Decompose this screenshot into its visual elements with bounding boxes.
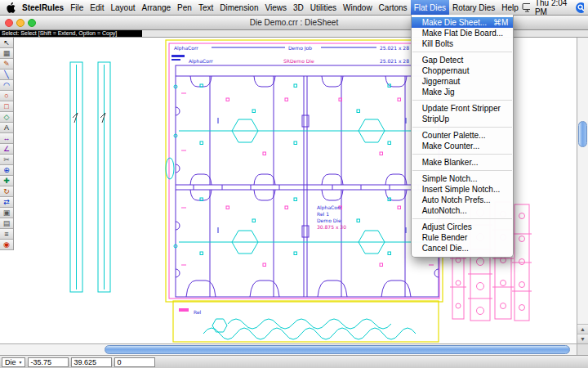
mirror-icon: ⇄ bbox=[3, 199, 10, 206]
angle-icon: ∠ bbox=[3, 146, 10, 153]
crease-lines bbox=[166, 85, 435, 254]
arc-tool[interactable]: ◠ bbox=[0, 80, 13, 91]
menubar-steelrules[interactable]: SteelRules bbox=[19, 0, 67, 15]
menubar-file[interactable]: File bbox=[67, 0, 87, 15]
menu-item-make-counter[interactable]: Make Counter... bbox=[412, 141, 513, 151]
coord-z-field[interactable]: 0 bbox=[114, 357, 155, 367]
vertical-scrollbar-thumb[interactable] bbox=[578, 121, 587, 147]
color-picker-tool[interactable]: ◉ bbox=[0, 240, 13, 250]
menubar-cartons[interactable]: Cartons bbox=[376, 0, 411, 15]
menu-item-label: Make Counter... bbox=[422, 141, 480, 150]
menubar-3d[interactable]: 3D bbox=[290, 0, 307, 15]
menubar-arrange[interactable]: Arrange bbox=[139, 0, 175, 15]
menu-item-shortcut: ⌘M bbox=[487, 18, 508, 27]
apple-icon bbox=[7, 2, 16, 13]
menu-item-adjust-circles[interactable]: Adjust Circles bbox=[412, 222, 513, 232]
menubar-flat-dies-label: Flat Dies bbox=[414, 3, 446, 12]
label-block-dims: 30.875 x 30 bbox=[317, 224, 346, 230]
menu-item-label: Simple Notch... bbox=[422, 174, 478, 183]
knife-tool[interactable]: ✂ bbox=[0, 155, 13, 165]
horizontal-scrollbar[interactable] bbox=[0, 343, 577, 355]
select-tool[interactable]: ↖ bbox=[0, 38, 13, 48]
scroll-down-arrow[interactable]: ▼ bbox=[577, 334, 588, 343]
pan-icon: ✚ bbox=[3, 177, 10, 185]
menu-separator bbox=[412, 170, 512, 171]
zoom-tool[interactable]: ⊕ bbox=[0, 165, 13, 176]
pan-tool[interactable]: ✚ bbox=[0, 176, 13, 186]
menu-item-gap-detect[interactable]: Gap Detect bbox=[412, 55, 513, 65]
displays-icon[interactable] bbox=[522, 3, 530, 12]
menu-item-label: Update Front Stripper bbox=[422, 104, 501, 113]
menu-item-label: StripUp bbox=[422, 114, 449, 123]
grid-tool[interactable]: ▤ bbox=[0, 218, 13, 229]
menu-bar: SteelRules File Edit Layout Arrange Pen … bbox=[0, 0, 588, 16]
menubar-window[interactable]: Window bbox=[340, 0, 376, 15]
scroll-up-arrow[interactable]: ▲ bbox=[577, 324, 588, 334]
menu-separator bbox=[412, 52, 512, 52]
menubar-layout[interactable]: Layout bbox=[108, 0, 139, 15]
layer-popup[interactable]: Die ▼ bbox=[2, 357, 25, 367]
menu-item-label: Cancel Die... bbox=[422, 244, 469, 253]
mirror-tool[interactable]: ⇄ bbox=[0, 197, 13, 208]
menu-item-make-die-sheet[interactable]: Make Die Sheet...⌘M bbox=[412, 17, 513, 28]
menubar-views[interactable]: Views bbox=[262, 0, 291, 15]
dimension-tool[interactable]: ↔ bbox=[0, 133, 13, 144]
menu-item-label: AutoNotch... bbox=[422, 206, 467, 215]
spotlight-icon[interactable] bbox=[576, 2, 584, 13]
rotate-tool[interactable]: ↻ bbox=[0, 186, 13, 197]
dimension-labels: AlphaCorr Demo Job 25.021 x 28 AlphaCorr… bbox=[172, 45, 409, 65]
menu-item-make-jig[interactable]: Make Jig bbox=[412, 87, 513, 97]
menu-item-label: Kill Bolts bbox=[422, 39, 453, 48]
menu-item-make-blanker[interactable]: Make Blanker... bbox=[412, 157, 513, 168]
grid-icon: ▤ bbox=[3, 220, 11, 227]
coord-x-field[interactable]: -35.75 bbox=[28, 357, 69, 367]
label-dims-inner: 25.021 x 28 bbox=[380, 58, 409, 64]
circle-tool[interactable]: ○ bbox=[0, 91, 13, 101]
menu-item-counter-palette[interactable]: Counter Palette... bbox=[412, 130, 513, 141]
menu-item-kill-bolts[interactable]: Kill Bolts bbox=[412, 38, 513, 49]
menubar-help[interactable]: Help bbox=[498, 0, 522, 15]
menu-item-simple-notch[interactable]: Simple Notch... bbox=[412, 173, 513, 184]
horizontal-scrollbar-thumb[interactable] bbox=[105, 345, 570, 354]
coord-y-field[interactable]: 39.625 bbox=[71, 357, 112, 367]
line-tool[interactable]: ╲ bbox=[0, 70, 13, 80]
vertical-scrollbar[interactable]: ▲ ▼ bbox=[577, 38, 588, 343]
popup-arrow-icon: ▼ bbox=[19, 360, 23, 365]
menu-item-label: Make Flat Die Board... bbox=[422, 29, 503, 38]
menu-item-label: Rule Bender bbox=[422, 233, 468, 242]
layer-popup-label: Die bbox=[5, 358, 16, 366]
waste-area: Rel bbox=[173, 301, 439, 342]
menu-item-label: Adjust Circles bbox=[422, 222, 472, 231]
menu-item-auto-notch-prefs[interactable]: Auto Notch Prefs... bbox=[412, 195, 513, 205]
menubar-utilities[interactable]: Utilities bbox=[307, 0, 340, 15]
menu-item-choppernaut[interactable]: Choppernaut bbox=[412, 65, 513, 76]
apple-menu[interactable] bbox=[3, 0, 19, 15]
menu-item-cancel-die[interactable]: Cancel Die... bbox=[412, 243, 513, 254]
text-tool[interactable]: A bbox=[0, 123, 13, 133]
snap-tool[interactable]: ▣ bbox=[0, 208, 13, 218]
layers-icon: ≡ bbox=[4, 231, 8, 238]
menu-item-autonotch[interactable]: AutoNotch... bbox=[412, 205, 513, 216]
label-waste-rel: Rel bbox=[194, 309, 202, 315]
menubar-dimension[interactable]: Dimension bbox=[216, 0, 261, 15]
menubar-rotary-dies[interactable]: Rotary Dies bbox=[449, 0, 498, 15]
menu-item-rule-bender[interactable]: Rule Bender bbox=[412, 232, 513, 243]
menu-item-label: Make Jig bbox=[422, 88, 455, 96]
marquee-tool[interactable]: ▦ bbox=[0, 48, 13, 59]
menubar-pen[interactable]: Pen bbox=[174, 0, 195, 15]
menu-item-insert-simple-notch[interactable]: Insert Simple Notch... bbox=[412, 184, 513, 195]
menubar-edit[interactable]: Edit bbox=[87, 0, 107, 15]
menu-item-stripup[interactable]: StripUp bbox=[412, 114, 513, 124]
polygon-tool[interactable]: ◇ bbox=[0, 112, 13, 123]
rectangle-tool[interactable]: □ bbox=[0, 101, 13, 112]
layers-tool[interactable]: ≡ bbox=[0, 229, 13, 240]
tool-palette: ↖▦✎╲◠○□◇A↔∠✂⊕✚↻⇄▣▤≡◉ bbox=[0, 38, 14, 250]
pen-tool[interactable]: ✎ bbox=[0, 59, 13, 70]
menubar-flat-dies[interactable]: Flat Dies Make Die Sheet...⌘MMake Flat D… bbox=[411, 0, 449, 15]
menubar-text[interactable]: Text bbox=[195, 0, 216, 15]
menu-item-make-flat-die-board[interactable]: Make Flat Die Board... bbox=[412, 28, 513, 38]
menubar-clock[interactable]: Thu 2:04 PM bbox=[535, 0, 571, 16]
menu-item-jiggernaut[interactable]: Jiggernaut bbox=[412, 76, 513, 87]
menu-item-update-front-stripper[interactable]: Update Front Stripper bbox=[412, 103, 513, 114]
angle-tool[interactable]: ∠ bbox=[0, 144, 13, 155]
